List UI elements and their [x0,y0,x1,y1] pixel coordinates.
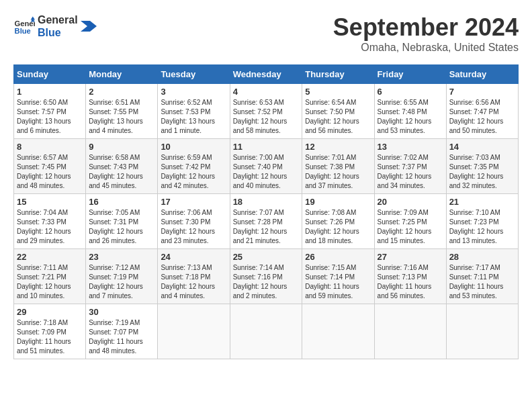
header-thursday: Thursday [302,65,374,84]
day-number: 5 [305,87,371,97]
table-row: 21 Sunrise: 7:10 AM Sunset: 7:23 PM Dayl… [446,194,518,249]
day-number: 21 [449,197,515,207]
day-info: Sunrise: 7:17 AM Sunset: 7:11 PM Dayligh… [449,263,515,301]
day-info: Sunrise: 6:57 AM Sunset: 7:45 PM Dayligh… [17,153,83,191]
table-row: 8 Sunrise: 6:57 AM Sunset: 7:45 PM Dayli… [14,139,86,194]
day-number: 2 [89,87,154,97]
day-info: Sunrise: 6:58 AM Sunset: 7:43 PM Dayligh… [89,153,154,191]
day-number: 3 [161,87,226,97]
day-info: Sunrise: 7:00 AM Sunset: 7:40 PM Dayligh… [233,153,300,191]
svg-text:Blue: Blue [15,27,31,35]
day-info: Sunrise: 7:16 AM Sunset: 7:13 PM Dayligh… [378,263,443,301]
header-tuesday: Tuesday [158,65,230,84]
table-row: 15 Sunrise: 7:04 AM Sunset: 7:33 PM Dayl… [14,194,86,249]
day-number: 27 [378,252,443,262]
calendar-subtitle: Omaha, Nebraska, United States [333,42,519,54]
table-row: 1 Sunrise: 6:50 AM Sunset: 7:57 PM Dayli… [14,84,86,139]
day-number: 9 [89,142,154,152]
day-number: 4 [233,87,300,97]
calendar-week-row: 22 Sunrise: 7:11 AM Sunset: 7:21 PM Dayl… [14,249,519,304]
day-number: 19 [305,197,371,207]
logo-blue: Blue [38,26,78,39]
day-number: 8 [17,142,83,152]
table-row [302,304,374,359]
day-number: 14 [449,142,515,152]
day-info: Sunrise: 6:52 AM Sunset: 7:53 PM Dayligh… [161,98,226,136]
table-row: 29 Sunrise: 7:18 AM Sunset: 7:09 PM Dayl… [14,304,86,359]
table-row: 10 Sunrise: 6:59 AM Sunset: 7:42 PM Dayl… [158,139,230,194]
table-row: 2 Sunrise: 6:51 AM Sunset: 7:55 PM Dayli… [86,84,158,139]
day-number: 17 [161,197,226,207]
header-row: Sunday Monday Tuesday Wednesday Thursday… [14,65,519,84]
table-row: 3 Sunrise: 6:52 AM Sunset: 7:53 PM Dayli… [158,84,230,139]
table-row: 14 Sunrise: 7:03 AM Sunset: 7:35 PM Dayl… [446,139,518,194]
day-info: Sunrise: 7:11 AM Sunset: 7:21 PM Dayligh… [17,263,83,301]
day-info: Sunrise: 6:51 AM Sunset: 7:55 PM Dayligh… [89,98,154,136]
day-info: Sunrise: 7:03 AM Sunset: 7:35 PM Dayligh… [449,153,515,191]
header-sunday: Sunday [14,65,86,84]
day-info: Sunrise: 7:06 AM Sunset: 7:30 PM Dayligh… [161,208,226,246]
calendar-title-area: September 2024 Omaha, Nebraska, United S… [333,13,519,54]
table-row [446,304,518,359]
day-number: 11 [233,142,300,152]
day-number: 12 [305,142,371,152]
calendar-header: Sunday Monday Tuesday Wednesday Thursday… [14,65,519,84]
day-info: Sunrise: 7:05 AM Sunset: 7:31 PM Dayligh… [89,208,154,246]
table-row: 23 Sunrise: 7:12 AM Sunset: 7:19 PM Dayl… [86,249,158,304]
day-number: 28 [449,252,515,262]
day-info: Sunrise: 7:19 AM Sunset: 7:07 PM Dayligh… [89,318,154,356]
day-info: Sunrise: 7:09 AM Sunset: 7:25 PM Dayligh… [378,208,443,246]
logo-arrow-icon [81,18,97,34]
day-number: 16 [89,197,154,207]
day-number: 10 [161,142,226,152]
table-row: 25 Sunrise: 7:14 AM Sunset: 7:16 PM Dayl… [230,249,302,304]
day-info: Sunrise: 7:10 AM Sunset: 7:23 PM Dayligh… [449,208,515,246]
calendar-table: Sunday Monday Tuesday Wednesday Thursday… [13,64,519,359]
table-row: 28 Sunrise: 7:17 AM Sunset: 7:11 PM Dayl… [446,249,518,304]
table-row: 26 Sunrise: 7:15 AM Sunset: 7:14 PM Dayl… [302,249,374,304]
day-number: 6 [378,87,443,97]
day-info: Sunrise: 6:50 AM Sunset: 7:57 PM Dayligh… [17,98,83,136]
calendar-title: September 2024 [333,13,519,42]
day-number: 30 [89,307,154,317]
table-row: 18 Sunrise: 7:07 AM Sunset: 7:28 PM Dayl… [230,194,302,249]
day-info: Sunrise: 7:04 AM Sunset: 7:33 PM Dayligh… [17,208,83,246]
day-info: Sunrise: 6:56 AM Sunset: 7:47 PM Dayligh… [449,98,515,136]
table-row: 19 Sunrise: 7:08 AM Sunset: 7:26 PM Dayl… [302,194,374,249]
table-row: 24 Sunrise: 7:13 AM Sunset: 7:18 PM Dayl… [158,249,230,304]
table-row: 11 Sunrise: 7:00 AM Sunset: 7:40 PM Dayl… [230,139,302,194]
day-number: 29 [17,307,83,317]
day-info: Sunrise: 6:55 AM Sunset: 7:48 PM Dayligh… [378,98,443,136]
table-row: 5 Sunrise: 6:54 AM Sunset: 7:50 PM Dayli… [302,84,374,139]
day-info: Sunrise: 7:01 AM Sunset: 7:38 PM Dayligh… [305,153,371,191]
day-info: Sunrise: 7:14 AM Sunset: 7:16 PM Dayligh… [233,263,300,301]
day-number: 1 [17,87,83,97]
day-number: 26 [305,252,371,262]
calendar-week-row: 8 Sunrise: 6:57 AM Sunset: 7:45 PM Dayli… [14,139,519,194]
header-saturday: Saturday [446,65,518,84]
calendar-week-row: 15 Sunrise: 7:04 AM Sunset: 7:33 PM Dayl… [14,194,519,249]
page-header: General Blue General Blue September 2024… [13,13,519,54]
day-info: Sunrise: 7:12 AM Sunset: 7:19 PM Dayligh… [89,263,154,301]
table-row: 13 Sunrise: 7:02 AM Sunset: 7:37 PM Dayl… [374,139,446,194]
day-number: 24 [161,252,226,262]
table-row [230,304,302,359]
table-row: 6 Sunrise: 6:55 AM Sunset: 7:48 PM Dayli… [374,84,446,139]
day-info: Sunrise: 7:18 AM Sunset: 7:09 PM Dayligh… [17,318,83,356]
calendar-week-row: 1 Sunrise: 6:50 AM Sunset: 7:57 PM Dayli… [14,84,519,139]
day-number: 20 [378,197,443,207]
header-friday: Friday [374,65,446,84]
day-info: Sunrise: 7:02 AM Sunset: 7:37 PM Dayligh… [378,153,443,191]
logo-general: General [38,13,78,26]
svg-marker-4 [81,21,97,32]
calendar-week-row: 29 Sunrise: 7:18 AM Sunset: 7:09 PM Dayl… [14,304,519,359]
day-number: 23 [89,252,154,262]
day-info: Sunrise: 7:13 AM Sunset: 7:18 PM Dayligh… [161,263,226,301]
day-info: Sunrise: 7:07 AM Sunset: 7:28 PM Dayligh… [233,208,300,246]
header-monday: Monday [86,65,158,84]
day-number: 13 [378,142,443,152]
logo-icon: General Blue [13,15,35,37]
day-info: Sunrise: 7:15 AM Sunset: 7:14 PM Dayligh… [305,263,371,301]
day-number: 18 [233,197,300,207]
table-row: 27 Sunrise: 7:16 AM Sunset: 7:13 PM Dayl… [374,249,446,304]
